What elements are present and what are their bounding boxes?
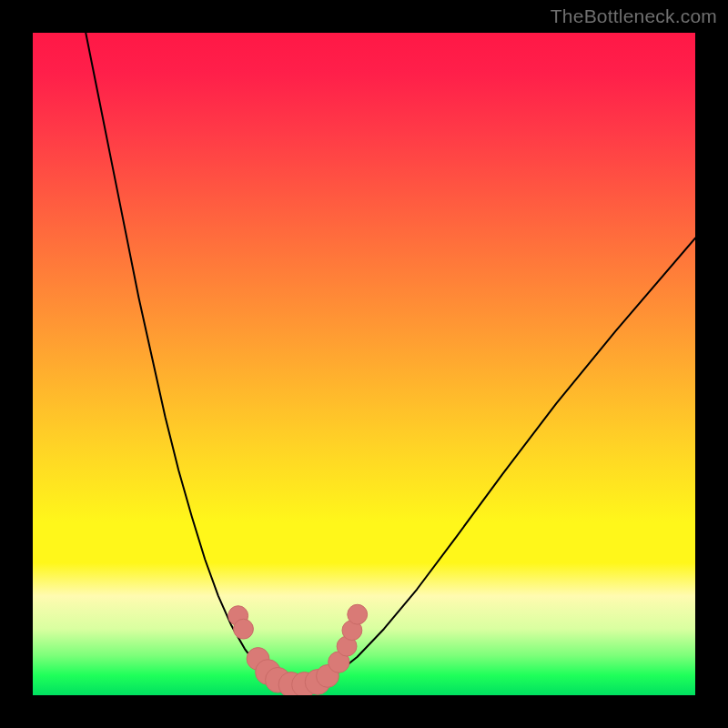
data-marker (348, 604, 368, 624)
chart-frame: TheBottleneck.com (0, 0, 728, 728)
watermark-text: TheBottleneck.com (551, 5, 717, 27)
marker-layer (33, 33, 695, 695)
data-marker (234, 619, 254, 639)
plot-area (33, 33, 695, 695)
